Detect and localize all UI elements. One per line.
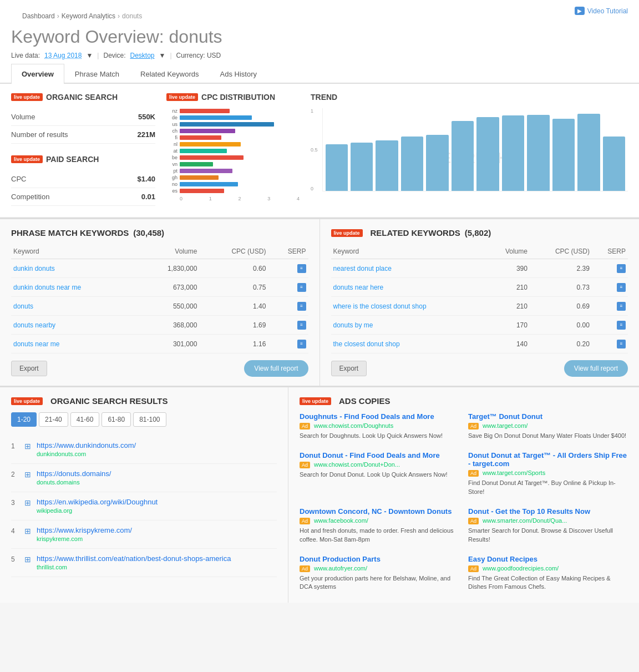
result-url[interactable]: https://www.krispykreme.com/: [37, 526, 132, 534]
cpc-bar-row: ch: [166, 128, 300, 134]
cpc-bar: [180, 182, 238, 186]
serp-icon[interactable]: ≡: [617, 340, 626, 348]
page-tab-81-100[interactable]: 81-100: [133, 412, 166, 427]
list-item: 2 ⊞ https://donuts.domains/ donuts.domai…: [11, 464, 277, 492]
ad-title[interactable]: Donut Donut at Target™ - All Orders Ship…: [468, 451, 628, 468]
keyword-link[interactable]: donuts nearby: [13, 321, 55, 329]
ad-item: Easy Donut Recipes Ad www.goodfoodrecipi…: [468, 555, 628, 592]
table-row: dunkin donuts near me 673,000 0.75 ≡: [11, 278, 308, 297]
ad-item: Doughnuts - Find Food Deals and More Ad …: [300, 412, 459, 440]
page-header: Keyword Overview: donuts: [0, 22, 639, 47]
ad-title[interactable]: Downtown Concord, NC - Downtown Donuts: [300, 507, 459, 516]
table-row: donuts by me 170 0.00 ≡: [331, 316, 628, 335]
result-url[interactable]: https://www.dunkindonuts.com/: [37, 441, 136, 449]
ad-badge: Ad: [300, 462, 310, 468]
keyword-link[interactable]: where is the closest donut shop: [333, 302, 427, 310]
breadcrumb: Dashboard › Keyword Analytics › donuts: [11, 6, 628, 22]
keyword-link[interactable]: dunkin donuts near me: [13, 284, 81, 291]
related-keywords-export-button[interactable]: Export: [331, 361, 367, 376]
cpc-label: at: [166, 148, 178, 154]
live-badge-paid: live update: [11, 155, 43, 163]
ad-description: Save Big On Donut Donut Many Water Float…: [468, 432, 628, 440]
result-url[interactable]: https://en.wikipedia.org/wiki/Doughnut: [37, 498, 158, 506]
serp-icon[interactable]: ≡: [297, 283, 306, 292]
result-url[interactable]: https://www.thrillist.com/eat/nation/bes…: [37, 554, 231, 563]
serp-icon[interactable]: ≡: [617, 302, 626, 311]
trend-title: TREND: [311, 93, 337, 102]
page-tab-21-40[interactable]: 21-40: [39, 412, 68, 427]
keyword-link[interactable]: donuts: [13, 302, 33, 310]
col-keyword-rel: Keyword: [331, 244, 488, 259]
breadcrumb-dashboard[interactable]: Dashboard: [22, 12, 55, 20]
trend-bar: [426, 135, 448, 191]
keyword-link[interactable]: nearest donut place: [333, 265, 392, 272]
ad-item: Donut Donut at Target™ - All Orders Ship…: [468, 451, 628, 496]
page-tab-61-80[interactable]: 61-80: [102, 412, 131, 427]
keyword-link[interactable]: donuts by me: [333, 321, 373, 329]
ad-title[interactable]: Target™ Donut Donut: [468, 412, 628, 421]
results-row: Number of results 221M: [11, 126, 155, 144]
tab-related-keywords[interactable]: Related Keywords: [130, 64, 210, 84]
cpc-axis: 01234: [166, 196, 300, 201]
keyword-link[interactable]: the closest donut shop: [333, 340, 400, 348]
tab-ads-history[interactable]: Ads History: [210, 64, 267, 84]
ad-title[interactable]: Donut - Get the Top 10 Results Now: [468, 507, 628, 516]
cpc-label: fi: [166, 135, 178, 140]
video-tutorial-button[interactable]: ▶ Video Tutorial: [575, 7, 628, 15]
keywords-section: PHRASE MATCH KEYWORDS (30,458) Keyword V…: [0, 218, 639, 386]
table-row: donuts 550,000 1.40 ≡: [11, 297, 308, 316]
serp-icon[interactable]: ≡: [297, 264, 306, 273]
related-keywords-count: (5,802): [465, 228, 491, 238]
ad-title[interactable]: Easy Donut Recipes: [468, 555, 628, 563]
result-number: 5: [11, 555, 19, 563]
page-icon: ⊞: [24, 498, 31, 507]
tab-overview[interactable]: Overview: [11, 64, 64, 84]
cpc-bar: [180, 155, 244, 160]
serp-icon[interactable]: ≡: [297, 340, 306, 348]
ads-grid: Doughnuts - Find Food Deals and More Ad …: [300, 412, 628, 594]
cpc-label: es: [166, 188, 178, 194]
trend-bar: [552, 119, 575, 191]
keyword-link[interactable]: donuts near here: [333, 284, 384, 291]
ad-title[interactable]: Doughnuts - Find Food Deals and More: [300, 412, 459, 421]
serp-icon[interactable]: ≡: [617, 283, 626, 292]
cpc-bar-row: nl: [166, 142, 300, 147]
serp-icon[interactable]: ≡: [297, 302, 306, 311]
ad-description: Search for Donut Donut. Look Up Quick An…: [300, 471, 459, 479]
keyword-link[interactable]: dunkin donuts: [13, 265, 55, 272]
cpc-bar: [180, 149, 227, 153]
trend-bar: [376, 140, 398, 191]
col-keyword: Keyword: [11, 244, 139, 259]
related-keywords-view-full-button[interactable]: View full report: [564, 360, 628, 377]
cpc-bar-row: de: [166, 115, 300, 120]
trend-bars: [322, 108, 628, 191]
paid-search-title: PAID SEARCH: [46, 155, 99, 164]
device-selector[interactable]: Desktop: [130, 52, 154, 59]
table-row: donuts near here 210 0.73 ≡: [331, 278, 628, 297]
cpc-bar-row: vn: [166, 161, 300, 167]
ad-title[interactable]: Donut Production Parts: [300, 555, 459, 563]
organic-search-section: live update ORGANIC SEARCH Volume 550K N…: [11, 93, 155, 144]
cpc-bar-row: be: [166, 155, 300, 160]
serp-icon[interactable]: ≡: [617, 264, 626, 273]
keyword-link[interactable]: donuts near me: [13, 340, 59, 348]
cpc-bar: [180, 189, 224, 193]
phrase-match-col: PHRASE MATCH KEYWORDS (30,458) Keyword V…: [0, 219, 320, 386]
ad-title[interactable]: Donut Donut - Find Food Deals and More: [300, 451, 459, 459]
page-tab-1-20[interactable]: 1-20: [11, 412, 37, 427]
trend-chart: SEMRUSH 1 0.5 0: [311, 108, 628, 208]
serp-icon[interactable]: ≡: [617, 321, 626, 330]
phrase-match-view-full-button[interactable]: View full report: [244, 360, 308, 377]
ad-description: Search for Doughnuts. Look Up Quick Answ…: [300, 432, 459, 440]
breadcrumb-keyword-analytics[interactable]: Keyword Analytics: [62, 12, 115, 20]
date-selector[interactable]: 13 Aug 2018: [44, 52, 82, 59]
result-url[interactable]: https://donuts.domains/: [37, 469, 111, 478]
ad-description: Get your production parts here for Belsh…: [300, 574, 459, 592]
main-tabs: Overview Phrase Match Related Keywords A…: [0, 64, 639, 84]
phrase-match-export-button[interactable]: Export: [11, 361, 47, 376]
serp-icon[interactable]: ≡: [297, 321, 306, 330]
live-badge-cpc: live update: [166, 93, 198, 101]
tab-phrase-match[interactable]: Phrase Match: [64, 64, 130, 84]
table-row: nearest donut place 390 2.39 ≡: [331, 259, 628, 278]
page-tab-41-60[interactable]: 41-60: [70, 412, 100, 427]
